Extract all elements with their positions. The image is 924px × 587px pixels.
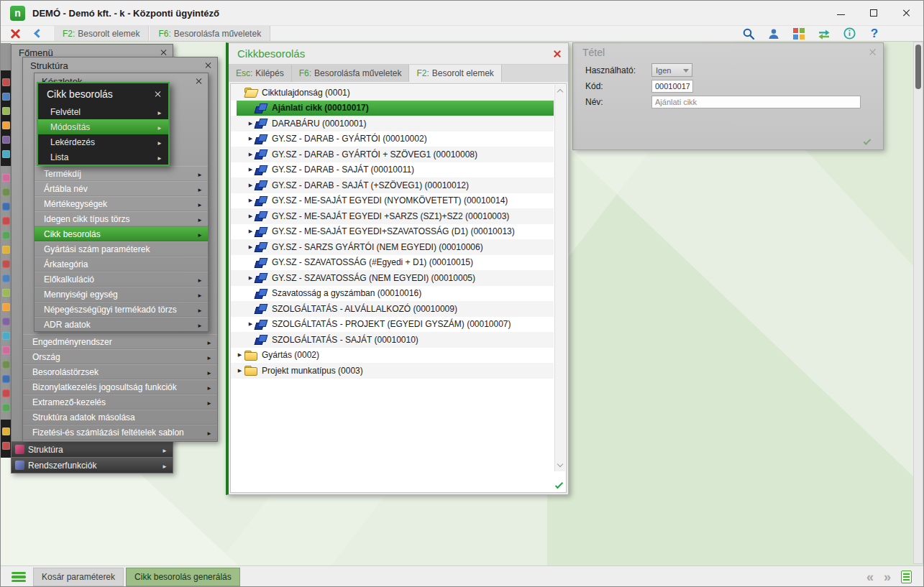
report-icon[interactable] <box>901 570 912 583</box>
strip-icon[interactable] <box>2 93 10 101</box>
strip-icon[interactable] <box>2 78 10 86</box>
tree-row[interactable]: GY.SZ - SARZS GYÁRTÓI (NEM EGYEDI) (0001… <box>231 239 554 255</box>
menu-item[interactable]: Extramező-kezelés <box>23 394 217 410</box>
tree-expander-icon[interactable] <box>246 167 255 172</box>
popup-menu-item[interactable]: Lista <box>38 149 168 165</box>
menu-item[interactable]: Idegen cikk típus törzs <box>35 211 208 226</box>
fomenu-item[interactable]: Rendszerfunkciók <box>12 457 173 473</box>
apps-grid-icon[interactable] <box>792 27 806 41</box>
name-field[interactable] <box>651 96 861 108</box>
menu-item[interactable]: Ország <box>23 349 217 364</box>
scroll-up-icon[interactable] <box>555 85 565 96</box>
toolbar-tab[interactable]: F2:Besorolt elemek <box>53 26 149 41</box>
strip-icon[interactable] <box>2 289 10 297</box>
tree-expander-icon[interactable] <box>235 368 244 374</box>
tree-row[interactable]: GY.SZ - DARAB - GYÁRTÓI (00010002) <box>231 131 554 147</box>
menu-item[interactable]: Árkategória <box>35 256 208 272</box>
menu-item[interactable]: Termékdíj <box>35 166 208 181</box>
popup-menu-item[interactable]: Felvétel <box>38 104 168 119</box>
tree-row[interactable]: Ajánlati cikk (00010017) <box>231 101 554 116</box>
keszletek-close-icon[interactable] <box>196 78 203 85</box>
strip-icon[interactable] <box>2 150 10 158</box>
tree-expander-icon[interactable] <box>246 152 255 157</box>
close-button[interactable] <box>890 1 923 25</box>
strip-icon[interactable] <box>2 318 10 325</box>
swap-arrows-icon[interactable] <box>817 27 831 41</box>
menu-item[interactable]: Népegészségügyi termékadó törzs <box>35 302 208 317</box>
fomenu-item[interactable]: Struktúra <box>12 441 173 457</box>
search-icon[interactable] <box>741 27 756 41</box>
strip-icon[interactable] <box>2 427 10 435</box>
tree-row[interactable]: GY.SZ - ME-SAJÁT EGYEDI (NYOMKÖVETETT) (… <box>231 193 554 209</box>
tree-row[interactable]: SZOLGÁLTATÁS - PROJEKT (EGYEDI GYSZÁM) (… <box>231 317 554 333</box>
tree-expander-icon[interactable] <box>246 198 255 203</box>
tree-expander-icon[interactable] <box>246 228 255 234</box>
strip-icon[interactable] <box>2 136 10 144</box>
tree-row[interactable]: GY.SZ - SZAVATOSSÁG (NEM EGYEDI) (000100… <box>231 270 554 286</box>
strip-icon[interactable] <box>2 217 10 225</box>
tree-expander-icon[interactable] <box>246 121 255 126</box>
menu-item[interactable]: Előkalkuláció <box>35 272 208 287</box>
scroll-down-icon[interactable] <box>555 460 565 471</box>
strip-icon[interactable] <box>2 404 10 412</box>
tree-row[interactable]: Projekt munkatípus (0003) <box>231 363 554 379</box>
tree-row[interactable]: GY.SZ - SZAVATOSSÁG (#Egyedi + D1) (0001… <box>231 255 554 271</box>
struktura-close-icon[interactable] <box>205 62 212 69</box>
scrollbar-thumb[interactable] <box>915 45 921 89</box>
window-scrollbar[interactable] <box>913 42 923 564</box>
strip-icon[interactable] <box>2 188 10 196</box>
menu-item[interactable]: Fizetési-és számlázási feltételek sablon <box>23 425 217 440</box>
tree-expander-icon[interactable] <box>246 275 255 281</box>
popup-menu-item[interactable]: Módosítás <box>38 119 168 134</box>
usable-select[interactable]: Igen <box>651 63 692 77</box>
info-icon[interactable] <box>842 27 856 41</box>
tree-expander-icon[interactable] <box>246 182 255 188</box>
tree-row[interactable]: GY.SZ - ME-SAJÁT EGYEDI +SARZS (SZ1)+SZ2… <box>231 208 554 224</box>
tree-row[interactable]: GY.SZ - ME-SAJÁT EGYEDI+SZAVATOSSÁG (D1)… <box>231 224 554 240</box>
tree-scrollbar[interactable] <box>554 85 565 471</box>
strip-icon[interactable] <box>2 274 10 282</box>
center-tab[interactable]: F6:Besorolásfa műveletek <box>292 65 410 82</box>
tree-row[interactable]: Szavatosság a gyszámban (00010016) <box>231 286 554 302</box>
strip-icon[interactable] <box>2 346 10 354</box>
menu-item[interactable]: Ártábla név <box>35 181 208 196</box>
fomenu-close-icon[interactable] <box>160 49 168 56</box>
tree-row[interactable]: GY.SZ - DARAB - GYÁRTÓI + SZÖVEG1 (00010… <box>231 147 554 162</box>
menu-item[interactable]: ADR adatok <box>35 317 208 332</box>
tree-row[interactable]: GY.SZ - DARAB - SAJÁT (+SZÖVEG1) (000100… <box>231 177 554 193</box>
center-close-icon[interactable] <box>553 50 562 58</box>
strip-icon[interactable] <box>2 260 10 268</box>
statusbar-tab[interactable]: Cikk besorolás generálás <box>126 568 240 586</box>
menu-item[interactable]: Gyártási szám paraméterek <box>35 241 208 256</box>
menu-item[interactable]: Engedményrendszer <box>23 334 217 349</box>
center-tab[interactable]: F2:Besorolt elemek <box>409 65 501 82</box>
tree-expander-icon[interactable] <box>235 352 244 358</box>
center-tab[interactable]: Esc:Kilépés <box>229 65 292 82</box>
strip-icon[interactable] <box>2 231 10 239</box>
strip-icon[interactable] <box>2 174 10 182</box>
minimize-button[interactable] <box>824 1 857 25</box>
user-icon[interactable] <box>767 27 781 41</box>
strip-icon[interactable] <box>2 121 10 129</box>
strip-icon[interactable] <box>2 389 10 397</box>
strip-icon[interactable] <box>2 107 10 115</box>
toolbar-close-icon[interactable] <box>9 28 21 40</box>
strip-icon[interactable] <box>2 303 10 311</box>
strip-icon[interactable] <box>2 361 10 369</box>
maximize-button[interactable] <box>857 1 890 25</box>
strip-icon[interactable] <box>2 246 10 254</box>
code-field[interactable] <box>651 80 693 93</box>
help-icon[interactable] <box>867 27 882 41</box>
popup-close-icon[interactable] <box>155 91 162 98</box>
tree-expander-icon[interactable] <box>246 244 255 250</box>
popup-menu-item[interactable]: Lekérdezés <box>38 134 168 149</box>
tree-row[interactable]: SZOLGÁLTATÁS - SAJÁT (00010010) <box>231 332 554 348</box>
menu-item[interactable]: Struktúra adatok másolása <box>23 410 217 425</box>
strip-icon[interactable] <box>2 332 10 340</box>
menu-item[interactable]: Cikk besorolás <box>35 226 208 241</box>
menu-item[interactable]: Mennyiségi egység <box>35 287 208 302</box>
tree-expander-icon[interactable] <box>246 321 255 327</box>
back-chevron-icon[interactable] <box>34 29 43 38</box>
tree-expander-icon[interactable] <box>246 213 255 219</box>
tree-expander-icon[interactable] <box>246 136 255 142</box>
